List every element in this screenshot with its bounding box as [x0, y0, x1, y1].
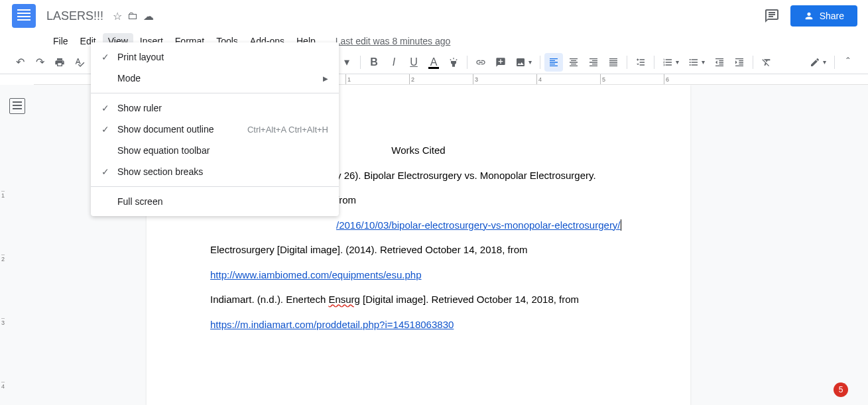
- menu-show-outline[interactable]: ✓ Show document outline Ctrl+Alt+A Ctrl+…: [91, 119, 339, 140]
- separator: [91, 186, 339, 187]
- citation-link[interactable]: /2016/10/03/bipolar-electrosurgery-vs-mo…: [336, 219, 621, 231]
- line-spacing-button[interactable]: [631, 53, 650, 72]
- align-left-button[interactable]: [544, 53, 563, 72]
- star-icon[interactable]: ☆: [113, 10, 122, 23]
- check-icon: ✓: [101, 52, 117, 62]
- align-center-button[interactable]: [564, 53, 583, 72]
- citation-text: Indiamart. (n.d.). Enertech: [210, 294, 328, 305]
- menu-show-section-breaks[interactable]: ✓ Show section breaks: [91, 161, 339, 182]
- menu-print-layout[interactable]: ✓ Print layout: [91, 46, 339, 68]
- text-color-button[interactable]: A: [424, 53, 443, 72]
- document-title[interactable]: LASERS!!!: [42, 8, 107, 25]
- insert-image-button[interactable]: ▾: [511, 53, 536, 72]
- undo-button[interactable]: ↶: [11, 53, 29, 72]
- menu-mode[interactable]: Mode ▶: [91, 68, 339, 89]
- underline-button[interactable]: U: [404, 53, 423, 72]
- docs-logo[interactable]: [11, 3, 37, 29]
- menu-show-equation-toolbar[interactable]: Show equation toolbar: [91, 140, 339, 161]
- print-button[interactable]: [50, 53, 69, 72]
- check-icon: ✓: [101, 103, 117, 113]
- citation-text: [Digital image]. Retrieved October 14, 2…: [360, 294, 579, 305]
- vertical-ruler[interactable]: 1 2 3 4: [1, 85, 9, 405]
- font-size-dropdown[interactable]: ▾: [338, 53, 356, 72]
- explore-badge[interactable]: 5: [834, 382, 848, 397]
- person-icon: [804, 11, 814, 21]
- numbered-list-button[interactable]: ▾: [658, 53, 683, 72]
- text-cursor: [621, 219, 621, 231]
- chevron-right-icon: ▶: [323, 75, 328, 82]
- highlight-button[interactable]: [444, 53, 463, 72]
- menu-file[interactable]: File: [48, 33, 74, 49]
- comments-icon[interactable]: [764, 8, 780, 24]
- citation-link[interactable]: http://www.iambiomed.com/equipments/esu.…: [210, 269, 422, 280]
- menu-show-ruler[interactable]: ✓ Show ruler: [91, 97, 339, 119]
- italic-button[interactable]: I: [385, 53, 403, 72]
- collapse-toolbar-button[interactable]: ˆ: [839, 53, 857, 72]
- separator: [91, 93, 339, 93]
- move-icon[interactable]: 🗀: [127, 10, 138, 22]
- redo-button[interactable]: ↷: [31, 53, 49, 72]
- menu-full-screen[interactable]: Full screen: [91, 191, 339, 212]
- spellcheck-button[interactable]: [70, 53, 89, 72]
- spelling-error: Ensurg: [328, 294, 360, 305]
- citation-text: Electrosurgery [Digital image]. (2014). …: [210, 237, 627, 262]
- insert-link-button[interactable]: [471, 53, 490, 72]
- check-icon: ✓: [101, 166, 117, 177]
- clear-formatting-button[interactable]: [757, 53, 776, 72]
- view-dropdown-menu: ✓ Print layout Mode ▶ ✓ Show ruler ✓ Sho…: [91, 42, 339, 216]
- align-justify-button[interactable]: [604, 53, 623, 72]
- last-edit-link[interactable]: Last edit was 8 minutes ago: [336, 36, 451, 46]
- insert-comment-button[interactable]: [491, 53, 510, 72]
- check-icon: ✓: [101, 124, 117, 135]
- citation-link[interactable]: https://m.indiamart.com/proddetail.php?i…: [210, 319, 454, 330]
- bold-button[interactable]: B: [365, 53, 383, 72]
- align-right-button[interactable]: [584, 53, 603, 72]
- outline-toggle-icon[interactable]: [9, 98, 25, 114]
- share-button[interactable]: Share: [790, 5, 857, 27]
- share-label: Share: [820, 11, 844, 21]
- bulleted-list-button[interactable]: ▾: [684, 53, 709, 72]
- cloud-status-icon: ☁: [143, 10, 154, 23]
- increase-indent-button[interactable]: [730, 53, 749, 72]
- decrease-indent-button[interactable]: [710, 53, 729, 72]
- editing-mode-button[interactable]: ▾: [806, 53, 830, 72]
